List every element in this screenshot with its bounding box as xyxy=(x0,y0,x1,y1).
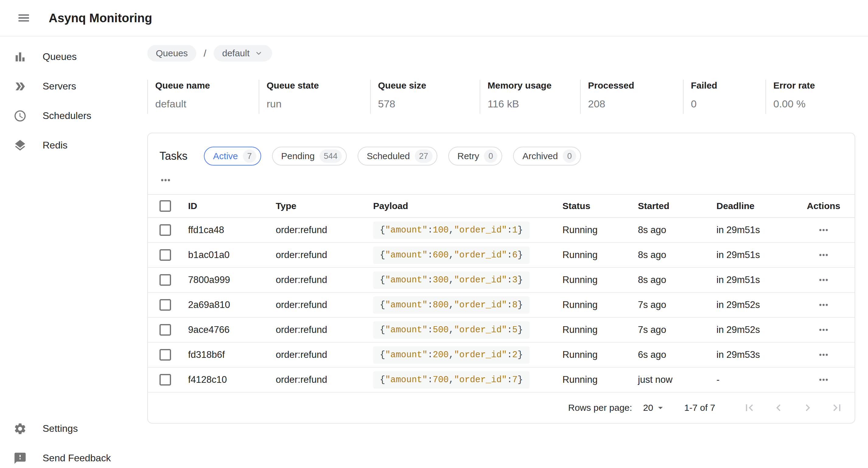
payload-cell: {"amount":700,"order_id":7} xyxy=(373,367,562,392)
started-cell: 8s ago xyxy=(638,268,716,292)
next-page-button[interactable] xyxy=(798,398,817,417)
column-header-type: Type xyxy=(276,194,373,218)
sidebar-item-label: Schedulers xyxy=(42,110,91,121)
tab-count-badge: 7 xyxy=(243,149,256,163)
stat-label: Memory usage xyxy=(488,80,580,91)
stat-value: 116 kB xyxy=(488,98,580,110)
last-page-button[interactable] xyxy=(827,398,847,417)
row-checkbox[interactable] xyxy=(159,374,171,385)
task-id-cell: ffd1ca48 xyxy=(188,218,276,243)
stat-failed: Failed0 xyxy=(683,80,766,114)
main-content: Queues / default Queue namedefaultQueue … xyxy=(134,36,868,468)
sidebar-bottom-nav: SettingsSend Feedback xyxy=(0,414,134,468)
more-horiz-icon xyxy=(817,373,830,386)
sidebar-item-servers[interactable]: Servers xyxy=(0,71,134,101)
column-header-actions: Actions xyxy=(793,194,855,218)
task-type-cell: order:refund xyxy=(276,218,373,243)
last-page-icon xyxy=(830,401,844,414)
sidebar-item-send-feedback[interactable]: Send Feedback xyxy=(0,443,134,468)
table-row: b1ac01a0order:refund{"amount":600,"order… xyxy=(148,243,855,268)
tab-count-badge: 0 xyxy=(563,149,576,163)
table-row: 9ace4766order:refund{"amount":500,"order… xyxy=(148,317,855,342)
row-actions-button[interactable] xyxy=(817,274,830,286)
menu-button[interactable] xyxy=(13,7,35,29)
task-id-cell: 7800a999 xyxy=(188,268,276,292)
payload-cell: {"amount":200,"order_id":2} xyxy=(373,342,562,367)
task-id-cell: f4128c10 xyxy=(188,367,276,392)
tab-active[interactable]: Active7 xyxy=(204,147,261,165)
sidebar-item-schedulers[interactable]: Schedulers xyxy=(0,101,134,130)
row-checkbox[interactable] xyxy=(159,299,171,311)
deadline-cell: in 29m53s xyxy=(716,342,793,367)
deadline-cell: - xyxy=(716,367,793,392)
more-actions-button[interactable] xyxy=(159,174,175,187)
tab-label: Pending xyxy=(281,151,315,161)
tab-archived[interactable]: Archived0 xyxy=(513,147,581,165)
started-cell: 8s ago xyxy=(638,218,716,243)
rows-per-page-label: Rows per page: xyxy=(568,403,632,413)
row-checkbox[interactable] xyxy=(159,249,171,261)
column-header-deadline: Deadline xyxy=(716,194,793,218)
chevron-right-icon xyxy=(801,401,814,414)
breadcrumb-queue-select[interactable]: default xyxy=(214,45,272,61)
task-type-cell: order:refund xyxy=(276,367,373,392)
tab-count-badge: 0 xyxy=(484,149,497,163)
column-header-payload: Payload xyxy=(373,194,562,218)
stat-label: Failed xyxy=(691,80,766,91)
row-checkbox[interactable] xyxy=(159,349,171,361)
sidebar-item-settings[interactable]: Settings xyxy=(0,414,134,443)
row-actions-button[interactable] xyxy=(817,323,830,336)
more-horiz-icon xyxy=(817,299,830,311)
chevron-left-icon xyxy=(772,401,785,414)
row-checkbox[interactable] xyxy=(159,274,171,286)
task-state-tabs: Active7Pending544Scheduled27Retry0Archiv… xyxy=(204,147,581,165)
row-actions-button[interactable] xyxy=(817,348,830,361)
row-actions-button[interactable] xyxy=(817,299,830,311)
tab-label: Scheduled xyxy=(367,151,410,161)
table-body: ffd1ca48order:refund{"amount":100,"order… xyxy=(148,218,855,392)
row-checkbox[interactable] xyxy=(159,324,171,336)
arrow-drop-down-icon xyxy=(653,402,666,413)
row-actions-button[interactable] xyxy=(817,373,830,386)
table-row: ffd1ca48order:refund{"amount":100,"order… xyxy=(148,218,855,243)
sidebar-item-queues[interactable]: Queues xyxy=(0,42,134,71)
stat-error-rate: Error rate0.00 % xyxy=(766,80,855,114)
sidebar-item-label: Servers xyxy=(42,81,76,92)
started-cell: 6s ago xyxy=(638,342,716,367)
tab-pending[interactable]: Pending544 xyxy=(272,147,347,165)
task-type-cell: order:refund xyxy=(276,317,373,342)
more-horiz-icon xyxy=(817,224,830,237)
payload-chip: {"amount":200,"order_id":2} xyxy=(373,346,530,364)
queue-stats: Queue namedefaultQueue staterunQueue siz… xyxy=(147,80,855,114)
more-horiz-icon xyxy=(817,249,830,261)
breadcrumb-queues-chip[interactable]: Queues xyxy=(147,45,196,61)
stat-value: default xyxy=(155,98,259,110)
tasks-card-header: Tasks Active7Pending544Scheduled27Retry0… xyxy=(148,133,855,165)
tab-scheduled[interactable]: Scheduled27 xyxy=(358,147,437,165)
prev-page-button[interactable] xyxy=(769,398,788,417)
payload-chip: {"amount":600,"order_id":6} xyxy=(373,247,530,264)
bar-chart-icon xyxy=(13,50,27,64)
row-checkbox[interactable] xyxy=(159,224,171,236)
deadline-cell: in 29m51s xyxy=(716,268,793,292)
select-all-checkbox[interactable] xyxy=(159,200,171,212)
payload-cell: {"amount":800,"order_id":8} xyxy=(373,292,562,317)
payload-cell: {"amount":600,"order_id":6} xyxy=(373,243,562,268)
tasks-table: IDTypePayloadStatusStartedDeadlineAction… xyxy=(148,194,855,393)
column-header-status: Status xyxy=(562,194,638,218)
tab-retry[interactable]: Retry0 xyxy=(448,147,502,165)
sidebar-item-redis[interactable]: Redis xyxy=(0,130,134,160)
row-actions-button[interactable] xyxy=(817,249,830,261)
status-cell: Running xyxy=(562,218,638,243)
row-actions-button[interactable] xyxy=(817,224,830,237)
tab-label: Archived xyxy=(522,151,558,161)
sidebar-item-label: Send Feedback xyxy=(42,453,111,464)
payload-chip: {"amount":100,"order_id":1} xyxy=(373,221,530,239)
hamburger-menu-icon xyxy=(17,11,31,25)
deadline-cell: in 29m52s xyxy=(716,292,793,317)
first-page-button[interactable] xyxy=(740,398,759,417)
tasks-title: Tasks xyxy=(159,150,187,162)
first-page-icon xyxy=(743,401,756,414)
rows-per-page-select[interactable]: 20 xyxy=(643,402,666,413)
clock-icon xyxy=(13,109,27,123)
